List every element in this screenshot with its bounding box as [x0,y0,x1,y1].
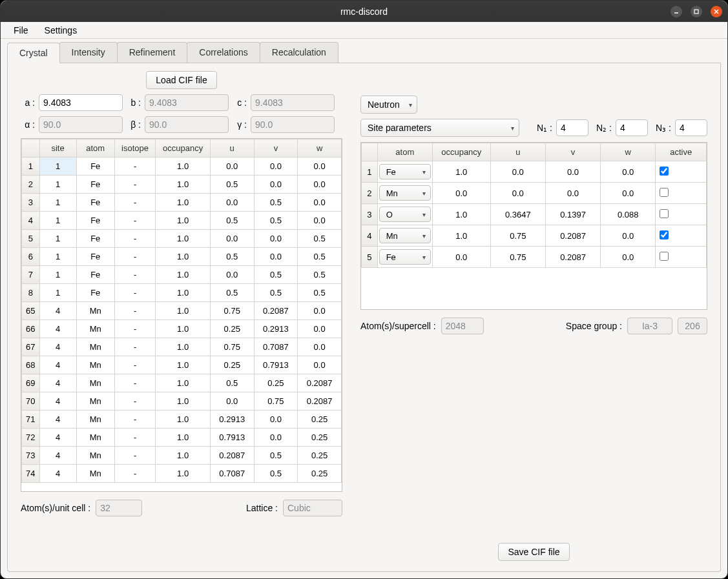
radiation-select[interactable]: Neutron [360,96,417,114]
atom-select[interactable]: Fe [379,164,431,179]
sites-table-container: atomoccupancyuvwactive 1Fe1.00.00.00.02M… [360,142,707,310]
c-input [251,94,335,111]
menubar: File Settings [1,22,727,39]
param-mode-select[interactable]: Site parameters [360,119,519,137]
table-row[interactable]: 654Mn-1.00.750.20870.0 [22,302,342,320]
tab-bar: Crystal Intensity Refinement Correlation… [7,42,721,63]
atoms-unit-value [96,500,142,516]
table-row[interactable]: 11Fe-1.00.00.00.0 [22,157,342,176]
table-row[interactable]: 31Fe-1.00.00.50.0 [22,194,342,212]
table-row[interactable]: 5Fe0.00.750.20870.0 [362,247,707,268]
sites-col-v: v [545,143,600,161]
crystal-panel: Load CIF file a : b : c : α : β : [7,63,721,572]
atoms-unit-label: Atom(s)/unit cell : [21,503,90,513]
table-row[interactable]: 744Mn-1.00.70870.50.25 [22,465,342,483]
tab-crystal[interactable]: Crystal [7,43,60,63]
lattice-value [283,500,342,516]
load-cif-button[interactable]: Load CIF file [146,71,216,89]
minimize-button[interactable] [671,6,682,17]
table-row[interactable]: 684Mn-1.00.250.79130.0 [22,356,342,374]
close-button[interactable] [711,6,722,17]
atoms-col-atom: atom [76,139,114,157]
atom-select[interactable]: Mn [379,185,431,201]
alpha-input [39,116,123,133]
sites-col-row [362,143,378,161]
table-row[interactable]: 41Fe-1.00.50.50.0 [22,212,342,230]
table-row[interactable]: 724Mn-1.00.79130.00.25 [22,429,342,447]
atoms-col-row [22,139,40,157]
table-row[interactable]: 21Fe-1.00.50.00.0 [22,176,342,194]
sg-num [678,318,707,334]
sites-col-w: w [601,143,656,161]
maximize-button[interactable] [691,6,702,17]
table-row[interactable]: 674Mn-1.00.750.70870.0 [22,338,342,356]
titlebar: rmc-discord [1,1,727,22]
atoms-col-isotope: isotope [114,139,155,157]
atom-select[interactable]: Mn [379,228,431,243]
window-title: rmc-discord [340,6,388,17]
a-label: a : [21,97,35,108]
active-checkbox[interactable] [660,188,669,197]
table-row[interactable]: 2Mn0.00.00.00.0 [362,183,707,204]
table-row[interactable]: 714Mn-1.00.29130.00.25 [22,411,342,429]
alpha-label: α : [21,119,35,130]
atoms-table-container: siteatomisotopeoccupancyuvw 11Fe-1.00.00… [21,138,342,492]
menu-settings[interactable]: Settings [38,23,84,38]
atoms-table: siteatomisotopeoccupancyuvw 11Fe-1.00.00… [21,139,342,483]
active-checkbox[interactable] [660,167,669,176]
save-cif-button[interactable]: Save CIF file [498,543,569,561]
atoms-table-scroll[interactable]: siteatomisotopeoccupancyuvw 11Fe-1.00.00… [21,139,342,491]
b-input [145,94,229,111]
table-row[interactable]: 704Mn-1.00.00.750.2087 [22,392,342,411]
beta-label: β : [127,119,141,130]
sg-name [627,318,672,334]
tab-refinement[interactable]: Refinement [117,42,188,63]
menu-file[interactable]: File [7,23,35,38]
tab-intensity[interactable]: Intensity [59,42,118,63]
content: Crystal Intensity Refinement Correlation… [1,39,727,578]
atoms-super-label: Atom(s)/supercell : [360,321,436,331]
atoms-col-site: site [39,139,76,157]
a-input[interactable] [39,94,123,111]
table-row[interactable]: 664Mn-1.00.250.29130.0 [22,320,342,338]
table-row[interactable]: 734Mn-1.00.20870.50.25 [22,447,342,465]
sites-table: atomoccupancyuvwactive 1Fe1.00.00.00.02M… [361,143,707,268]
sites-col-u: u [490,143,545,161]
tab-recalculation[interactable]: Recalculation [260,42,338,63]
n2-label: N₂ : [592,123,612,133]
table-row[interactable]: 1Fe1.00.00.00.0 [362,161,707,183]
gamma-label: γ : [233,119,247,130]
atom-select[interactable]: O [379,207,431,222]
table-row[interactable]: 61Fe-1.00.50.00.5 [22,248,342,266]
atoms-super-value [441,318,484,334]
b-label: b : [127,97,141,108]
atoms-col-occupancy: occupancy [156,139,211,157]
table-row[interactable]: 51Fe-1.00.00.00.5 [22,230,342,248]
atom-select[interactable]: Fe [379,249,431,265]
active-checkbox[interactable] [660,252,669,261]
lattice-label: Lattice : [246,503,278,513]
n1-label: N₁ : [533,123,552,133]
sites-col-occupancy: occupancy [432,143,490,161]
sg-label: Space group : [566,321,622,331]
table-row[interactable]: 694Mn-1.00.50.250.2087 [22,374,342,392]
active-checkbox[interactable] [660,230,669,239]
gamma-input [251,116,335,133]
active-checkbox[interactable] [660,209,669,218]
table-row[interactable]: 71Fe-1.00.00.50.5 [22,266,342,284]
n3-label: N₃ : [652,123,671,133]
table-row[interactable]: 81Fe-1.00.50.50.5 [22,284,342,302]
tab-correlations[interactable]: Correlations [187,42,260,63]
table-row[interactable]: 3O1.00.36470.13970.088 [362,204,707,225]
c-label: c : [233,97,247,108]
table-row[interactable]: 4Mn1.00.750.20870.0 [362,225,707,247]
atoms-col-v: v [254,139,298,157]
n1-input[interactable] [556,119,588,136]
svg-rect-1 [694,10,698,14]
app-window: rmc-discord File Settings Crystal Intens… [0,0,728,579]
n3-input[interactable] [675,119,707,136]
atoms-col-u: u [210,139,254,157]
n2-input[interactable] [616,119,648,136]
sites-col-active: active [656,143,707,161]
sites-col-atom: atom [377,143,432,161]
